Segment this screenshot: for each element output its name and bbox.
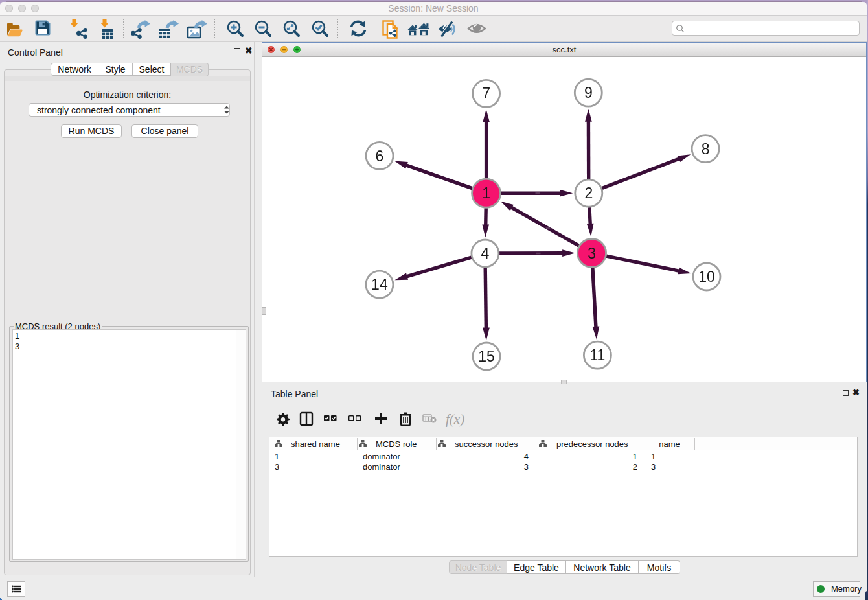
svg-text:11: 11 — [589, 347, 605, 363]
svg-text:2: 2 — [584, 185, 593, 202]
svg-text:9: 9 — [584, 84, 593, 101]
svg-text:6: 6 — [376, 148, 384, 165]
svg-text:10: 10 — [698, 268, 715, 285]
svg-text:7: 7 — [482, 85, 490, 102]
svg-text:15: 15 — [478, 348, 495, 365]
svg-text:14: 14 — [371, 276, 388, 293]
svg-text:3: 3 — [588, 245, 596, 262]
svg-text:8: 8 — [702, 141, 710, 157]
svg-text:4: 4 — [481, 245, 490, 262]
svg-text:1: 1 — [482, 185, 490, 202]
